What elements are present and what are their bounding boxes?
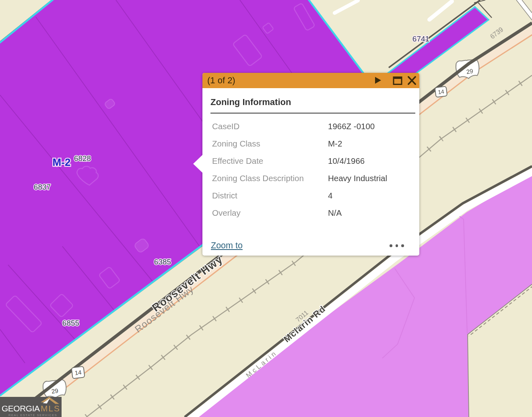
- svg-text:6837: 6837: [34, 183, 51, 191]
- svg-text:6385: 6385: [154, 258, 171, 266]
- svg-text:MLS: MLS: [41, 404, 60, 413]
- svg-text:M-2: M-2: [53, 156, 71, 168]
- svg-text:14: 14: [437, 88, 445, 95]
- svg-text:REAL ESTATE SERVICES: REAL ESTATE SERVICES: [8, 413, 57, 417]
- svg-text:6741: 6741: [412, 35, 429, 43]
- svg-text:6828: 6828: [74, 154, 91, 163]
- svg-text:6855: 6855: [62, 319, 79, 327]
- svg-text:14: 14: [74, 369, 82, 376]
- svg-text:29: 29: [466, 67, 474, 75]
- svg-text:29: 29: [51, 387, 59, 395]
- svg-text:GEORGIA: GEORGIA: [2, 404, 40, 413]
